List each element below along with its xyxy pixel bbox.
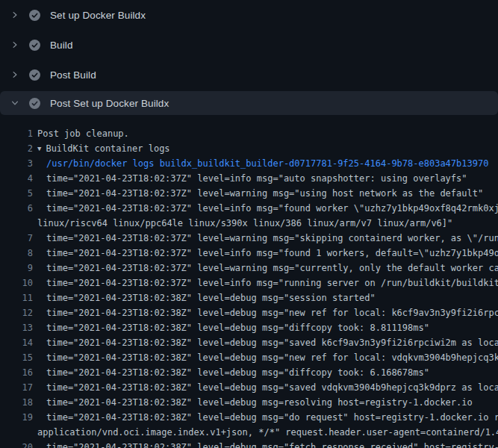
log-line-text: time="2021-04-23T18:02:38Z" level=debug … <box>37 350 498 365</box>
step-build[interactable]: Build <box>0 30 498 60</box>
log-line-number[interactable]: 16 <box>0 365 33 380</box>
step-post-build[interactable]: Post Build <box>0 60 498 90</box>
log-line-text: time="2021-04-23T18:02:37Z" level=warnin… <box>37 186 483 201</box>
log-line-number[interactable]: 14 <box>0 335 33 350</box>
log-line-text: time="2021-04-23T18:02:38Z" level=debug … <box>37 290 376 305</box>
chevron-right-icon <box>10 70 22 79</box>
log-line-number[interactable]: 7 <box>0 231 33 246</box>
log-line: 1Post job cleanup. <box>0 126 498 141</box>
log-line: linux/riscv64 linux/ppc64le linux/s390x … <box>0 216 498 231</box>
log-line-number[interactable]: 8 <box>0 246 33 261</box>
log-line-text: time="2021-04-23T18:02:37Z" level=info m… <box>37 171 467 186</box>
step-log-output: 1Post job cleanup.2▼BuildKit container l… <box>0 115 498 448</box>
log-line-number[interactable]: 2 <box>0 141 33 156</box>
log-line-text: time="2021-04-23T18:02:38Z" level=debug … <box>37 335 498 350</box>
check-circle-icon <box>29 98 40 109</box>
chevron-down-icon <box>10 99 22 108</box>
log-line-text: time="2021-04-23T18:02:38Z" level=debug … <box>37 440 498 448</box>
log-line: 10time="2021-04-23T18:02:37Z" level=info… <box>0 276 498 290</box>
log-line-number[interactable]: 17 <box>0 380 33 395</box>
log-line-text: application/vnd.oci.image.index.v1+json,… <box>37 425 498 440</box>
log-line: 5time="2021-04-23T18:02:37Z" level=warni… <box>0 186 498 201</box>
log-line-number <box>0 216 33 231</box>
log-line-number[interactable]: 1 <box>0 126 33 141</box>
log-line-number[interactable]: 4 <box>0 171 33 186</box>
log-line-number[interactable]: 6 <box>0 201 33 216</box>
log-line-number[interactable]: 18 <box>0 395 33 410</box>
actions-log-viewer: Set up Docker Buildx Build Post Build <box>0 0 498 448</box>
step-label: Build <box>50 40 73 51</box>
log-line-text: time="2021-04-23T18:02:38Z" level=debug … <box>37 320 429 335</box>
log-line: 12time="2021-04-23T18:02:38Z" level=debu… <box>0 305 498 320</box>
log-line-text: time="2021-04-23T18:02:37Z" level=info m… <box>37 201 498 216</box>
log-line-text: time="2021-04-23T18:02:38Z" level=debug … <box>37 395 473 410</box>
step-post-set-up-docker-buildx[interactable]: Post Set up Docker Buildx <box>0 91 498 115</box>
log-line-number[interactable]: 15 <box>0 350 33 365</box>
log-line: 15time="2021-04-23T18:02:38Z" level=debu… <box>0 350 498 365</box>
check-circle-icon <box>29 10 40 21</box>
log-line-text: ▼BuildKit container logs <box>37 141 170 156</box>
log-line: 11time="2021-04-23T18:02:38Z" level=debu… <box>0 290 498 305</box>
step-list: Set up Docker Buildx Build Post Build <box>0 0 498 115</box>
log-line: 7time="2021-04-23T18:02:37Z" level=warni… <box>0 231 498 246</box>
log-line: 18time="2021-04-23T18:02:38Z" level=debu… <box>0 395 498 410</box>
log-line-text: time="2021-04-23T18:02:37Z" level=warnin… <box>37 261 498 276</box>
log-line-number[interactable]: 19 <box>0 410 33 425</box>
log-line: 2▼BuildKit container logs <box>0 141 498 156</box>
log-line-text: linux/riscv64 linux/ppc64le linux/s390x … <box>37 216 452 231</box>
log-line-text: time="2021-04-23T18:02:37Z" level=info m… <box>37 246 498 261</box>
log-line: 4time="2021-04-23T18:02:37Z" level=info … <box>0 171 498 186</box>
check-circle-icon <box>29 69 40 81</box>
step-label: Set up Docker Buildx <box>50 10 146 21</box>
group-toggle-caret-icon[interactable]: ▼ <box>37 141 41 156</box>
log-line-number[interactable]: 10 <box>0 276 33 290</box>
log-line-number[interactable]: 12 <box>0 305 33 320</box>
log-line: application/vnd.oci.image.index.v1+json,… <box>0 425 498 440</box>
log-line: 9time="2021-04-23T18:02:37Z" level=warni… <box>0 261 498 276</box>
log-line: 19time="2021-04-23T18:02:38Z" level=debu… <box>0 410 498 425</box>
log-line-text: time="2021-04-23T18:02:38Z" level=debug … <box>37 410 498 425</box>
log-line-number[interactable]: 9 <box>0 261 33 276</box>
log-line: 16time="2021-04-23T18:02:38Z" level=debu… <box>0 365 498 380</box>
log-line-text: time="2021-04-23T18:02:38Z" level=debug … <box>37 365 429 380</box>
log-line-number <box>0 425 33 440</box>
step-label: Post Set up Docker Buildx <box>50 98 169 109</box>
chevron-right-icon <box>10 40 22 49</box>
log-line-number[interactable]: 13 <box>0 320 33 335</box>
log-line: 14time="2021-04-23T18:02:38Z" level=debu… <box>0 335 498 350</box>
log-line: 17time="2021-04-23T18:02:38Z" level=debu… <box>0 380 498 395</box>
step-label: Post Build <box>50 69 96 81</box>
log-line-number[interactable]: 5 <box>0 186 33 201</box>
log-line: 6time="2021-04-23T18:02:37Z" level=info … <box>0 201 498 216</box>
log-line-text: time="2021-04-23T18:02:38Z" level=debug … <box>37 380 498 395</box>
step-set-up-docker-buildx[interactable]: Set up Docker Buildx <box>0 0 498 30</box>
log-line-number[interactable]: 20 <box>0 440 33 448</box>
group-label[interactable]: BuildKit container logs <box>46 143 169 154</box>
log-line-text: time="2021-04-23T18:02:37Z" level=info m… <box>37 276 498 290</box>
log-line-number[interactable]: 3 <box>0 156 33 171</box>
log-line-text: Post job cleanup. <box>37 126 129 141</box>
log-line: 20time="2021-04-23T18:02:38Z" level=debu… <box>0 440 498 448</box>
log-line-text: time="2021-04-23T18:02:37Z" level=warnin… <box>37 231 498 246</box>
log-line: 3/usr/bin/docker logs buildx_buildkit_bu… <box>0 156 498 171</box>
check-circle-icon <box>29 40 40 51</box>
log-line-number[interactable]: 11 <box>0 290 33 305</box>
log-line-text: time="2021-04-23T18:02:38Z" level=debug … <box>37 305 498 320</box>
log-line: 13time="2021-04-23T18:02:38Z" level=debu… <box>0 320 498 335</box>
log-command-text: /usr/bin/docker logs buildx_buildkit_bui… <box>37 156 488 171</box>
log-line: 8time="2021-04-23T18:02:37Z" level=info … <box>0 246 498 261</box>
chevron-right-icon <box>10 10 22 19</box>
